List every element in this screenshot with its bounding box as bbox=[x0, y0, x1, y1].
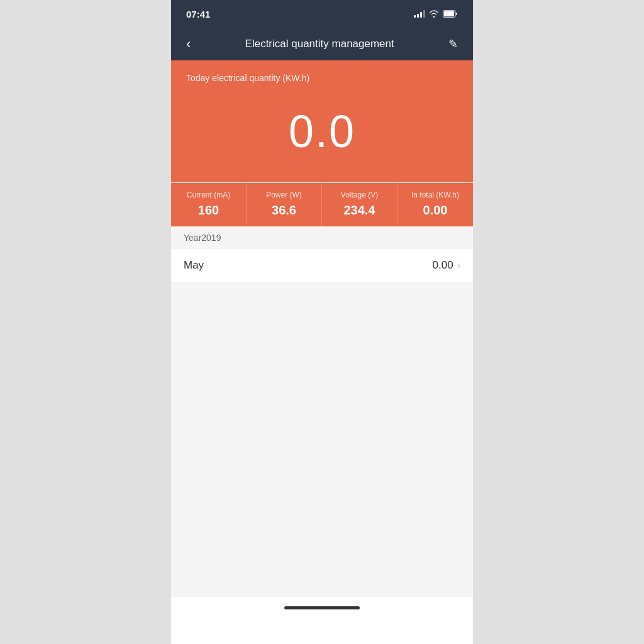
hero-label: Today electrical quantity (KW.h) bbox=[186, 73, 458, 83]
metrics-row: Current (mA) 160 Power (W) 36.6 Voltage … bbox=[171, 182, 473, 226]
nav-bar: ‹ Electrical quantity management ✎ bbox=[171, 28, 473, 60]
svg-rect-1 bbox=[444, 11, 454, 17]
metric-voltage: Voltage (V) 234.4 bbox=[322, 183, 397, 226]
metric-power-label: Power (W) bbox=[252, 191, 316, 199]
hero-section: Today electrical quantity (KW.h) 0.0 bbox=[171, 60, 473, 182]
metric-voltage-label: Voltage (V) bbox=[327, 191, 392, 199]
metric-power-value: 36.6 bbox=[252, 203, 316, 218]
page-title: Electrical quantity management bbox=[196, 38, 443, 50]
metric-power: Power (W) 36.6 bbox=[247, 183, 322, 226]
metric-current-value: 160 bbox=[176, 203, 241, 218]
metric-current: Current (mA) 160 bbox=[171, 183, 247, 226]
chevron-right-icon: › bbox=[457, 260, 460, 271]
metric-voltage-value: 234.4 bbox=[327, 203, 392, 218]
wifi-icon bbox=[429, 10, 439, 18]
status-icons bbox=[414, 10, 458, 18]
status-time: 07:41 bbox=[186, 9, 210, 19]
phone-frame: 07:41 ‹ Electrical quantity management ✎… bbox=[171, 0, 473, 644]
content-area bbox=[171, 282, 473, 597]
metric-total: In total (KW.h) 0.00 bbox=[397, 183, 473, 226]
home-indicator bbox=[171, 597, 473, 618]
signal-icon bbox=[414, 10, 425, 18]
month-value-wrap: 0.00 › bbox=[433, 259, 460, 272]
year-label: Year2019 bbox=[184, 233, 221, 243]
metric-total-value: 0.00 bbox=[402, 203, 468, 218]
month-value: 0.00 bbox=[433, 259, 453, 272]
year-section: Year2019 bbox=[171, 226, 473, 249]
home-indicator-bar bbox=[284, 606, 360, 609]
back-button[interactable]: ‹ bbox=[181, 33, 196, 55]
status-bar: 07:41 bbox=[171, 0, 473, 28]
metric-total-label: In total (KW.h) bbox=[402, 191, 468, 199]
edit-button[interactable]: ✎ bbox=[443, 35, 463, 53]
battery-icon bbox=[443, 10, 458, 18]
month-row-may[interactable]: May 0.00 › bbox=[171, 249, 473, 282]
hero-value: 0.0 bbox=[186, 93, 458, 182]
metric-current-label: Current (mA) bbox=[176, 191, 241, 199]
month-name: May bbox=[184, 259, 204, 272]
